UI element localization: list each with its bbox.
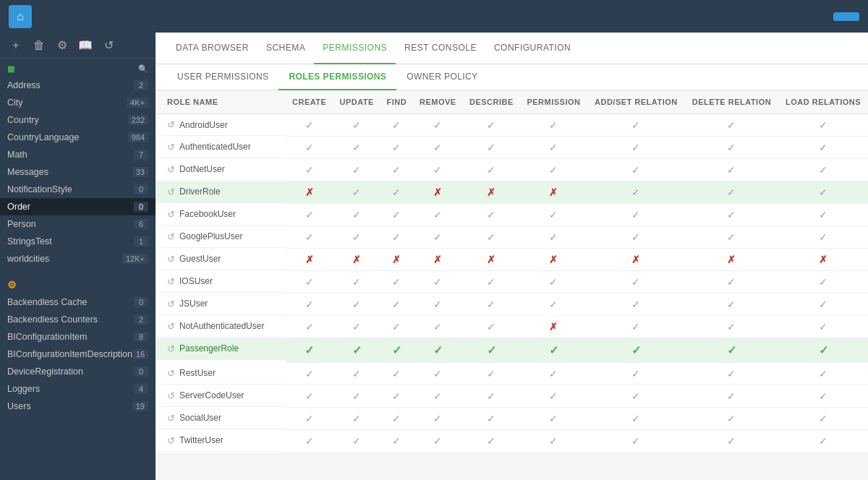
check-icon[interactable]: ✓: [433, 119, 442, 131]
permission-cell-update[interactable]: ✓: [333, 137, 380, 159]
permission-cell-permission[interactable]: ✓: [520, 430, 587, 453]
check-icon[interactable]: ✓: [433, 435, 442, 447]
permission-cell-remove[interactable]: ✓: [413, 137, 463, 159]
permission-cell-delete[interactable]: ✓: [685, 385, 778, 408]
permission-cell-add_set[interactable]: ✓: [587, 363, 685, 385]
check-icon[interactable]: ✓: [819, 164, 827, 176]
check-icon[interactable]: ✓: [487, 413, 495, 424]
check-icon[interactable]: ✓: [392, 276, 401, 288]
reset-icon[interactable]: ↺: [167, 119, 175, 130]
permission-cell-find[interactable]: ✓: [380, 114, 413, 137]
check-icon[interactable]: ✓: [819, 390, 827, 402]
permission-cell-create[interactable]: ✓: [286, 408, 333, 430]
permission-cell-describe[interactable]: ✓: [463, 385, 520, 408]
sidebar-item-math[interactable]: Math7: [0, 146, 156, 163]
permission-cell-add_set[interactable]: ✓: [587, 338, 685, 363]
check-icon[interactable]: ✓: [352, 231, 361, 243]
check-icon[interactable]: ✓: [549, 276, 558, 288]
permission-cell-permission[interactable]: ✓: [520, 408, 587, 430]
settings-icon[interactable]: ⚙: [54, 38, 71, 52]
check-icon[interactable]: ✓: [819, 321, 827, 333]
sidebar-item-backendless-cache[interactable]: Backendless Cache0: [0, 293, 156, 311]
permission-cell-add_set[interactable]: ✓: [587, 159, 685, 181]
reset-icon[interactable]: ↺: [167, 209, 175, 220]
permission-cell-delete[interactable]: ✓: [685, 226, 778, 249]
permission-cell-load[interactable]: ✗: [778, 249, 868, 271]
permission-cell-create[interactable]: ✓: [286, 316, 333, 338]
check-icon[interactable]: ✓: [819, 413, 827, 424]
permission-cell-create[interactable]: ✓: [286, 271, 333, 293]
check-icon[interactable]: ✓: [433, 209, 442, 220]
sidebar-item-worldcities[interactable]: worldcities12K+: [0, 250, 156, 267]
permission-cell-create[interactable]: ✓: [286, 430, 333, 453]
permission-cell-update[interactable]: ✓: [333, 385, 380, 408]
check-icon[interactable]: ✓: [631, 299, 640, 310]
check-icon[interactable]: ✓: [487, 119, 495, 131]
permission-cell-permission[interactable]: ✓: [520, 114, 587, 137]
check-icon[interactable]: ✓: [487, 142, 495, 153]
permission-cell-create[interactable]: ✓: [286, 226, 333, 249]
reset-icon[interactable]: ↺: [167, 231, 175, 242]
check-icon[interactable]: ✓: [631, 276, 640, 288]
home-button[interactable]: ⌂: [9, 5, 32, 28]
reset-icon[interactable]: ↺: [167, 343, 175, 354]
check-icon[interactable]: ✓: [392, 299, 401, 310]
check-icon[interactable]: ✓: [392, 435, 401, 447]
check-green-icon[interactable]: ✓: [727, 344, 736, 356]
permission-cell-delete[interactable]: ✓: [685, 408, 778, 430]
permission-cell-describe[interactable]: ✓: [463, 430, 520, 453]
permission-cell-permission[interactable]: ✓: [520, 385, 587, 408]
permission-cell-create[interactable]: ✓: [286, 363, 333, 385]
permission-cell-load[interactable]: ✓: [778, 293, 868, 316]
cross-icon[interactable]: ✗: [392, 254, 401, 265]
check-icon[interactable]: ✓: [305, 299, 314, 310]
check-icon[interactable]: ✓: [352, 390, 361, 402]
check-icon[interactable]: ✓: [433, 390, 442, 402]
permission-cell-delete[interactable]: ✓: [685, 293, 778, 316]
permission-cell-add_set[interactable]: ✓: [587, 293, 685, 316]
permission-cell-load[interactable]: ✓: [778, 204, 868, 226]
reset-icon[interactable]: ↺: [167, 435, 175, 446]
permission-cell-delete[interactable]: ✓: [685, 137, 778, 159]
check-icon[interactable]: ✓: [549, 390, 558, 402]
permission-cell-remove[interactable]: ✓: [413, 408, 463, 430]
permission-cell-create[interactable]: ✓: [286, 159, 333, 181]
check-icon[interactable]: ✓: [392, 187, 401, 198]
check-icon[interactable]: ✓: [727, 321, 736, 333]
permission-cell-describe[interactable]: ✓: [463, 316, 520, 338]
check-icon[interactable]: ✓: [392, 321, 401, 333]
permission-cell-permission[interactable]: ✓: [520, 338, 587, 363]
sidebar-item-backendless-counters[interactable]: Backendless Counters2: [0, 311, 156, 328]
permission-cell-remove[interactable]: ✗: [413, 249, 463, 271]
check-icon[interactable]: ✓: [433, 164, 442, 176]
reset-icon[interactable]: ↺: [167, 187, 175, 197]
permission-cell-permission[interactable]: ✓: [520, 226, 587, 249]
check-icon[interactable]: ✓: [305, 413, 314, 424]
check-icon[interactable]: ✓: [819, 231, 827, 243]
check-icon[interactable]: ✓: [433, 299, 442, 310]
permission-cell-permission[interactable]: ✓: [520, 204, 587, 226]
check-icon[interactable]: ✓: [305, 321, 314, 333]
check-icon[interactable]: ✓: [631, 368, 640, 380]
check-icon[interactable]: ✓: [352, 187, 361, 198]
reset-icon[interactable]: ↺: [167, 321, 175, 332]
permission-cell-create[interactable]: ✓: [286, 204, 333, 226]
check-icon[interactable]: ✓: [305, 390, 314, 402]
check-icon[interactable]: ✓: [727, 231, 736, 243]
tab-permissions[interactable]: PERMISSIONS: [314, 33, 396, 64]
permission-cell-add_set[interactable]: ✓: [587, 204, 685, 226]
check-icon[interactable]: ✓: [352, 142, 361, 153]
check-icon[interactable]: ✓: [487, 231, 495, 243]
check-icon[interactable]: ✓: [487, 321, 495, 333]
permission-cell-update[interactable]: ✓: [333, 226, 380, 249]
sidebar-item-biconfigurationitem[interactable]: BIConfigurationItem8: [0, 328, 156, 346]
check-icon[interactable]: ✓: [549, 413, 558, 424]
permission-cell-describe[interactable]: ✗: [463, 181, 520, 204]
sidebar-item-countrylanguage[interactable]: CountryLanguage984: [0, 129, 156, 146]
permission-cell-permission[interactable]: ✓: [520, 159, 587, 181]
permission-cell-update[interactable]: ✓: [333, 316, 380, 338]
reset-icon[interactable]: ↺: [167, 368, 175, 379]
permission-cell-describe[interactable]: ✓: [463, 114, 520, 137]
cross-icon[interactable]: ✗: [487, 254, 495, 265]
check-icon[interactable]: ✓: [727, 390, 736, 402]
